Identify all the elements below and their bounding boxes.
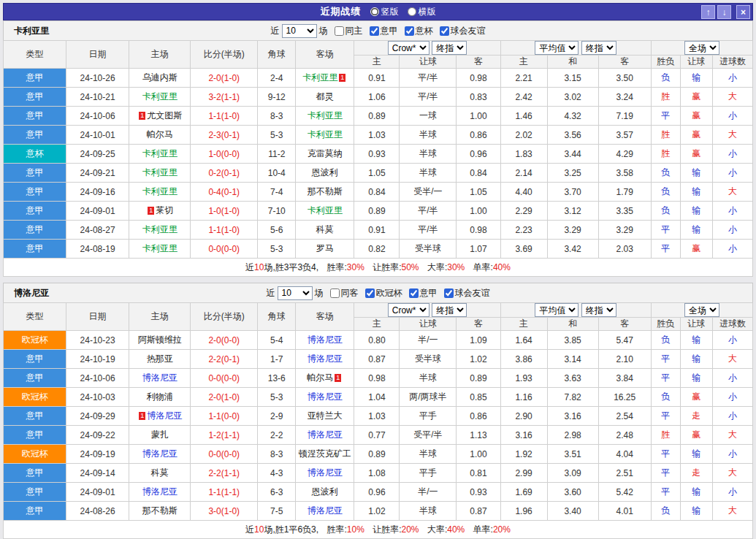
- match-scope-select[interactable]: 全场: [684, 303, 719, 317]
- away-team[interactable]: 博洛尼亚: [296, 464, 354, 483]
- result-goals: 大: [712, 426, 752, 445]
- match-score: 3-0(1-0): [191, 502, 258, 521]
- odds-stage-select[interactable]: 终指: [432, 303, 467, 317]
- bookmaker-select[interactable]: Crow*: [388, 303, 429, 317]
- result-goals: 小: [712, 107, 752, 126]
- close-button[interactable]: ×: [736, 5, 750, 19]
- vertical-radio[interactable]: [370, 7, 379, 16]
- away-team[interactable]: 帕尔马1: [296, 369, 354, 388]
- recent-results-panel: 近期战绩 竖版 横版 ↑ ↓ × 卡利亚里 近 10 场: [3, 3, 753, 539]
- team-name-link: 罗马: [316, 243, 334, 253]
- filter-same-away[interactable]: 同客: [330, 287, 359, 299]
- result-handicap: 输: [680, 69, 712, 88]
- away-team[interactable]: 那不勒斯: [296, 183, 354, 202]
- away-team[interactable]: 恩波利: [296, 164, 354, 183]
- away-team[interactable]: 博洛尼亚: [296, 388, 354, 407]
- away-team[interactable]: 顿涅茨克矿工: [296, 445, 354, 464]
- filter-same-home[interactable]: 同主: [335, 25, 363, 37]
- filter-champions-league[interactable]: 欧冠杯: [365, 287, 402, 299]
- odds-away: 1.00: [457, 445, 500, 464]
- home-team[interactable]: 卡利亚里: [129, 221, 191, 240]
- away-team[interactable]: 恩波利: [296, 483, 354, 502]
- champions-league-checkbox[interactable]: [365, 288, 375, 298]
- away-team[interactable]: 卡利亚里: [296, 202, 354, 221]
- avg-source-select[interactable]: 平均值: [535, 41, 579, 55]
- handicap-line: 平手: [400, 464, 457, 483]
- avg-source-select[interactable]: 平均值: [535, 303, 579, 317]
- home-team[interactable]: 博洛尼亚: [129, 483, 191, 502]
- match-type-badge: 意甲: [4, 483, 66, 502]
- home-team[interactable]: 1莱切: [129, 202, 191, 221]
- result-goals: 小: [712, 483, 752, 502]
- home-team[interactable]: 乌迪内斯: [129, 69, 191, 88]
- home-team[interactable]: 1博洛尼亚: [129, 407, 191, 426]
- home-team[interactable]: 热那亚: [129, 350, 191, 369]
- filter-serie-a[interactable]: 意甲: [370, 25, 398, 37]
- view-option-horizontal[interactable]: 横版: [408, 6, 436, 18]
- same-away-checkbox[interactable]: [330, 288, 340, 298]
- avg-stage-select[interactable]: 终指: [581, 41, 616, 55]
- horizontal-radio[interactable]: [408, 7, 416, 16]
- home-team[interactable]: 1尤文图斯: [129, 107, 191, 126]
- home-team[interactable]: 帕尔马: [129, 126, 191, 145]
- result-handicap: 输: [680, 350, 712, 369]
- match-scope-select[interactable]: 全场: [684, 41, 719, 55]
- match-date: 24-10-06: [66, 107, 129, 126]
- scroll-up-button[interactable]: ↑: [701, 5, 715, 19]
- away-team[interactable]: 卡利亚里1: [296, 69, 354, 88]
- home-team[interactable]: 卡利亚里: [129, 164, 191, 183]
- away-team[interactable]: 卡利亚里: [296, 126, 354, 145]
- club-friendly-checkbox[interactable]: [440, 26, 449, 36]
- coppa-italia-checkbox[interactable]: [405, 26, 414, 36]
- home-team[interactable]: 利物浦: [129, 388, 191, 407]
- match-date: 24-09-25: [66, 145, 129, 164]
- titlebar-center: 近期战绩 竖版 横版: [4, 5, 752, 18]
- away-team[interactable]: 克雷莫纳: [296, 145, 354, 164]
- avg-draw-odds: 3.44: [547, 145, 598, 164]
- away-team[interactable]: 卡利亚里: [296, 107, 354, 126]
- filter-coppa-italia[interactable]: 意杯: [405, 25, 433, 37]
- bookmaker-select[interactable]: Crow*: [388, 41, 429, 55]
- subcol-result: 胜负: [651, 318, 680, 331]
- same-home-checkbox[interactable]: [335, 26, 344, 36]
- match-date: 24-09-21: [66, 164, 129, 183]
- home-team[interactable]: 博洛尼亚: [129, 445, 191, 464]
- away-team[interactable]: 都灵: [296, 88, 354, 107]
- away-team[interactable]: 罗马: [296, 240, 354, 259]
- match-date: 24-08-26: [66, 502, 129, 521]
- win-rate-label: 胜率:: [327, 262, 346, 272]
- filter-club-friendly[interactable]: 球会友谊: [440, 25, 486, 37]
- away-team[interactable]: 博洛尼亚: [296, 426, 354, 445]
- match-count-select[interactable]: 10: [278, 286, 313, 300]
- away-team[interactable]: 博洛尼亚: [296, 502, 354, 521]
- home-team[interactable]: 卡利亚里: [129, 183, 191, 202]
- away-team[interactable]: 科莫: [296, 221, 354, 240]
- filter-club-friendly[interactable]: 球会友谊: [444, 287, 490, 299]
- home-team[interactable]: 那不勒斯: [129, 502, 191, 521]
- away-team[interactable]: 亚特兰大: [296, 407, 354, 426]
- view-option-vertical[interactable]: 竖版: [370, 6, 399, 18]
- match-score: 2-2(0-1): [191, 350, 258, 369]
- scroll-down-button[interactable]: ↓: [717, 5, 731, 19]
- team-name-link: 阿斯顿维拉: [138, 335, 182, 345]
- result-handicap: 输: [680, 183, 712, 202]
- home-team[interactable]: 博洛尼亚: [129, 369, 191, 388]
- away-team[interactable]: 博洛尼亚: [296, 350, 354, 369]
- away-team[interactable]: 博洛尼亚: [296, 331, 354, 350]
- home-team[interactable]: 蒙扎: [129, 426, 191, 445]
- corner-count: 4-3: [258, 464, 296, 483]
- filter-serie-a[interactable]: 意甲: [409, 287, 438, 299]
- club-friendly-checkbox[interactable]: [444, 288, 454, 298]
- match-date: 24-09-29: [66, 407, 129, 426]
- home-team[interactable]: 阿斯顿维拉: [129, 331, 191, 350]
- avg-draw-odds: 7.82: [547, 388, 598, 407]
- home-team[interactable]: 卡利亚里: [129, 145, 191, 164]
- home-team[interactable]: 科莫: [129, 464, 191, 483]
- home-team[interactable]: 卡利亚里: [129, 88, 191, 107]
- home-team[interactable]: 卡利亚里: [129, 240, 191, 259]
- avg-stage-select[interactable]: 终指: [581, 303, 616, 317]
- serie-a-checkbox[interactable]: [409, 288, 419, 298]
- odds-stage-select[interactable]: 终指: [432, 41, 467, 55]
- match-count-select[interactable]: 10: [282, 24, 317, 38]
- serie-a-checkbox[interactable]: [370, 26, 379, 36]
